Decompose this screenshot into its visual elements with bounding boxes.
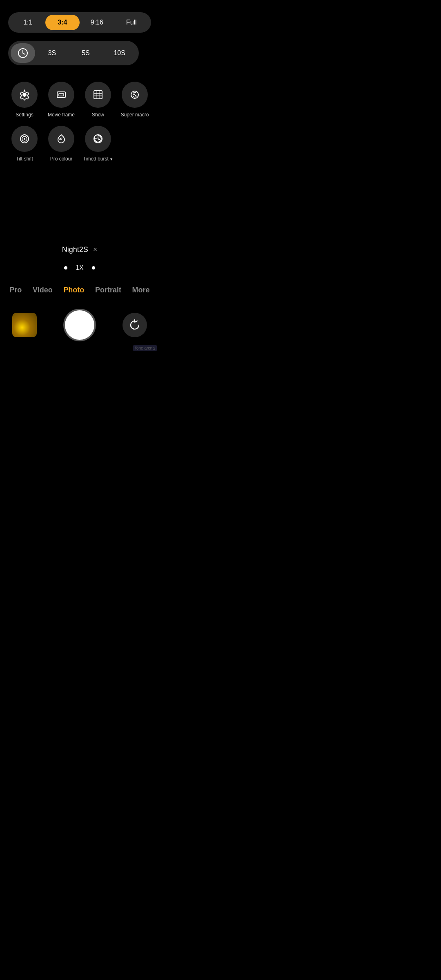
flip-camera-button[interactable] [122,313,147,337]
timed-burst-arrow-icon: ▼ [109,157,113,161]
timed-burst-icon [92,133,104,145]
close-mode-button[interactable]: × [93,245,98,254]
features-grid-row1: Settings Movie frame [0,78,159,122]
super-macro-label: Super macro [121,112,149,118]
svg-rect-5 [57,92,65,98]
mode-tabs: Pro Video Photo Portrait More [0,278,159,303]
feature-movie-frame[interactable]: Movie frame [45,82,78,118]
aspect-btn-1-1[interactable]: 1:1 [11,15,45,30]
movie-frame-icon-circle [48,82,74,108]
timer-icon-btn[interactable] [11,43,35,63]
movie-frame-icon [56,89,67,100]
tilt-shift-icon-circle [11,126,38,152]
spacer [0,166,159,237]
tab-photo[interactable]: Photo [59,284,88,296]
movie-frame-label: Movie frame [48,112,75,118]
show-label: Show [92,112,104,118]
super-macro-icon-circle [122,82,148,108]
feature-super-macro[interactable]: Super macro [118,82,151,118]
settings-label: Settings [16,112,33,118]
settings-icon-circle [11,82,38,108]
svg-point-15 [24,138,25,140]
settings-icon [19,89,30,100]
zoom-value[interactable]: 1X [76,264,84,272]
tilt-shift-label: Tilt-shift [16,156,33,162]
feature-show[interactable]: Show [82,82,114,118]
zoom-bar: 1X [0,258,159,278]
watermark: fone arena [133,345,157,351]
zoom-dot-right [92,266,95,270]
flip-icon [129,319,141,331]
pro-colour-label: Pro colour [50,156,73,162]
gallery-thumb-image [12,313,37,337]
mode-label-bar: Night2S × [0,237,159,258]
timed-burst-icon-circle [85,126,111,152]
pro-colour-icon-circle [48,126,74,152]
tab-more[interactable]: More [128,284,154,296]
shutter-button[interactable] [63,309,96,341]
svg-rect-7 [94,91,102,99]
feature-settings[interactable]: Settings [8,82,41,118]
feature-pro-colour[interactable]: Pro colour [45,126,78,162]
show-icon-circle [85,82,111,108]
grid-icon [92,89,104,100]
gallery-thumbnail[interactable] [12,313,37,337]
current-mode-label: Night2S [62,245,88,254]
pro-colour-icon [56,133,67,145]
camera-app: 1:1 3:4 9:16 Full 3S 5S 10S [0,0,159,354]
feature-tilt-shift[interactable]: Tilt-shift [8,126,41,162]
timer-btn-3s[interactable]: 3S [35,45,69,61]
features-row2: Tilt-shift Pro colour [0,122,159,166]
timer-bar: 3S 5S 10S [8,41,139,65]
svg-line-2 [23,53,25,54]
svg-rect-6 [59,94,64,96]
aspect-btn-3-4[interactable]: 3:4 [45,15,80,30]
tilt-shift-icon [19,133,30,145]
aspect-ratio-bar: 1:1 3:4 9:16 Full [8,12,151,33]
svg-line-19 [98,139,100,140]
feature-timed-burst[interactable]: Timed burst ▼ [82,126,114,162]
tab-portrait[interactable]: Portrait [91,284,125,296]
aspect-btn-full[interactable]: Full [114,15,149,30]
timer-btn-10s[interactable]: 10S [102,45,136,61]
timer-btn-5s[interactable]: 5S [69,45,103,61]
tab-pro[interactable]: Pro [5,284,26,296]
super-macro-icon [129,89,140,100]
clock-icon [17,47,29,59]
tab-video[interactable]: Video [29,284,57,296]
timed-burst-label: Timed burst ▼ [83,156,113,162]
zoom-dot-left [64,266,67,270]
aspect-btn-9-16[interactable]: 9:16 [80,15,114,30]
